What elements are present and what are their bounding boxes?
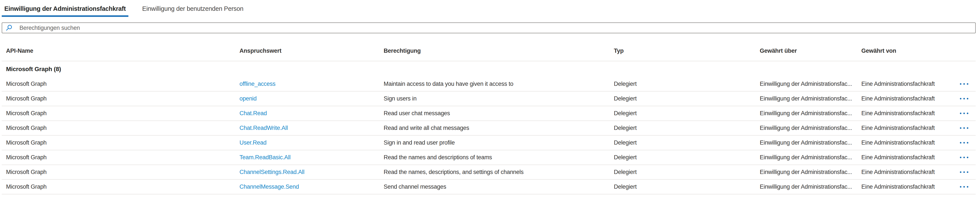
cell-type: Delegiert [614, 95, 760, 102]
cell-actions [949, 126, 976, 130]
cell-api-name: Microsoft Graph [6, 110, 240, 117]
cell-claim-value: openid [240, 95, 383, 102]
cell-actions [949, 97, 976, 101]
row-more-options-button[interactable] [959, 82, 969, 86]
cell-api-name: Microsoft Graph [6, 125, 240, 131]
table-row: Microsoft Graph ChannelSettings.Read.All… [2, 165, 976, 180]
permission-link[interactable]: ChannelMessage.Send [240, 183, 299, 190]
table-row: Microsoft Graph ChannelMessage.Send Send… [2, 180, 976, 194]
cell-api-name: Microsoft Graph [6, 81, 240, 87]
cell-api-name: Microsoft Graph [6, 169, 240, 175]
permission-link[interactable]: Team.ReadBasic.All [240, 154, 291, 161]
cell-permission-description: Read the names, descriptions, and settin… [383, 169, 614, 175]
cell-granted-through: Einwilligung der Administrationsfac... [760, 95, 861, 102]
cell-actions [949, 141, 976, 145]
table-body: Microsoft Graph offline_access Maintain … [2, 77, 976, 194]
cell-permission-description: Send channel messages [383, 183, 614, 190]
group-label: Microsoft Graph (8) [6, 66, 61, 73]
cell-permission-description: Sign users in [383, 95, 614, 102]
cell-actions [949, 155, 976, 159]
cell-granted-by: Eine Administrationsfachkraft [861, 81, 949, 87]
cell-permission-description: Maintain access to data you have given i… [383, 81, 614, 87]
search-icon [6, 24, 13, 31]
cell-claim-value: offline_access [240, 81, 383, 87]
row-more-options-button[interactable] [959, 126, 969, 130]
cell-api-name: Microsoft Graph [6, 95, 240, 102]
table-row: Microsoft Graph openid Sign users in Del… [2, 92, 976, 106]
cell-claim-value: Chat.ReadWrite.All [240, 125, 383, 131]
cell-granted-by: Eine Administrationsfachkraft [861, 154, 949, 161]
cell-claim-value: ChannelSettings.Read.All [240, 169, 383, 175]
cell-claim-value: User.Read [240, 139, 383, 146]
permission-link[interactable]: User.Read [240, 139, 267, 146]
cell-type: Delegiert [614, 139, 760, 146]
cell-type: Delegiert [614, 110, 760, 117]
cell-permission-description: Read user chat messages [383, 110, 614, 117]
column-header-type: Typ [614, 48, 760, 54]
permission-link[interactable]: openid [240, 95, 256, 102]
row-more-options-button[interactable] [959, 141, 969, 145]
row-more-options-button[interactable] [959, 185, 969, 189]
cell-type: Delegiert [614, 169, 760, 175]
column-header-api-name: API-Name [6, 48, 240, 54]
cell-type: Delegiert [614, 81, 760, 87]
column-header-granted-through: Gewährt über [760, 48, 861, 54]
cell-granted-through: Einwilligung der Administrationsfac... [760, 125, 861, 131]
cell-granted-by: Eine Administrationsfachkraft [861, 125, 949, 131]
cell-actions [949, 82, 976, 86]
cell-permission-description: Read the names and descriptions of teams [383, 154, 614, 161]
cell-actions [949, 185, 976, 189]
cell-granted-by: Eine Administrationsfachkraft [861, 110, 949, 117]
cell-actions [949, 111, 976, 115]
permission-link[interactable]: offline_access [240, 81, 275, 87]
row-more-options-button[interactable] [959, 111, 969, 115]
api-permissions-panel: Einwilligung der Administrationsfachkraf… [0, 0, 980, 204]
cell-permission-description: Sign in and read user profile [383, 139, 614, 146]
permission-link[interactable]: Chat.Read [240, 110, 267, 116]
cell-granted-through: Einwilligung der Administrationsfac... [760, 154, 861, 161]
cell-granted-by: Eine Administrationsfachkraft [861, 139, 949, 146]
cell-granted-by: Eine Administrationsfachkraft [861, 183, 949, 190]
cell-granted-through: Einwilligung der Administrationsfac... [760, 81, 861, 87]
cell-granted-through: Einwilligung der Administrationsfac... [760, 169, 861, 175]
table-row: Microsoft Graph User.Read Sign in and re… [2, 136, 976, 150]
tab-user-consent[interactable]: Einwilligung der benutzenden Person [140, 0, 246, 17]
consent-tab-bar: Einwilligung der Administrationsfachkraf… [2, 0, 980, 17]
cell-granted-through: Einwilligung der Administrationsfac... [760, 183, 861, 190]
cell-api-name: Microsoft Graph [6, 183, 240, 190]
column-header-granted-by: Gewährt von [861, 48, 949, 54]
cell-granted-through: Einwilligung der Administrationsfac... [760, 110, 861, 117]
cell-type: Delegiert [614, 154, 760, 161]
cell-claim-value: Chat.Read [240, 110, 383, 117]
cell-claim-value: Team.ReadBasic.All [240, 154, 383, 161]
column-header-permission: Berechtigung [383, 48, 614, 54]
row-more-options-button[interactable] [959, 97, 969, 101]
search-input[interactable] [19, 25, 972, 31]
column-header-claim-value: Anspruchswert [240, 48, 383, 54]
table-row: Microsoft Graph offline_access Maintain … [2, 77, 976, 92]
tab-admin-consent[interactable]: Einwilligung der Administrationsfachkraf… [2, 0, 128, 17]
table-row: Microsoft Graph Team.ReadBasic.All Read … [2, 150, 976, 165]
table-row: Microsoft Graph Chat.ReadWrite.All Read … [2, 121, 976, 136]
permission-link[interactable]: Chat.ReadWrite.All [240, 125, 288, 131]
cell-type: Delegiert [614, 183, 760, 190]
cell-granted-by: Eine Administrationsfachkraft [861, 169, 949, 175]
cell-api-name: Microsoft Graph [6, 154, 240, 161]
table-group-header: Microsoft Graph (8) [2, 61, 976, 77]
cell-granted-through: Einwilligung der Administrationsfac... [760, 139, 861, 146]
row-more-options-button[interactable] [959, 170, 969, 174]
tab-admin-consent-label: Einwilligung der Administrationsfachkraf… [4, 5, 126, 12]
table-header: API-Name Anspruchswert Berechtigung Typ … [2, 33, 976, 61]
cell-actions [949, 170, 976, 174]
cell-api-name: Microsoft Graph [6, 139, 240, 146]
row-more-options-button[interactable] [959, 155, 969, 159]
permissions-table: API-Name Anspruchswert Berechtigung Typ … [2, 33, 976, 194]
cell-claim-value: ChannelMessage.Send [240, 183, 383, 190]
search-box [2, 22, 976, 33]
tab-user-consent-label: Einwilligung der benutzenden Person [142, 5, 243, 12]
cell-granted-by: Eine Administrationsfachkraft [861, 95, 949, 102]
table-row: Microsoft Graph Chat.Read Read user chat… [2, 106, 976, 121]
permission-link[interactable]: ChannelSettings.Read.All [240, 169, 305, 175]
cell-permission-description: Read and write all chat messages [383, 125, 614, 131]
cell-type: Delegiert [614, 125, 760, 131]
